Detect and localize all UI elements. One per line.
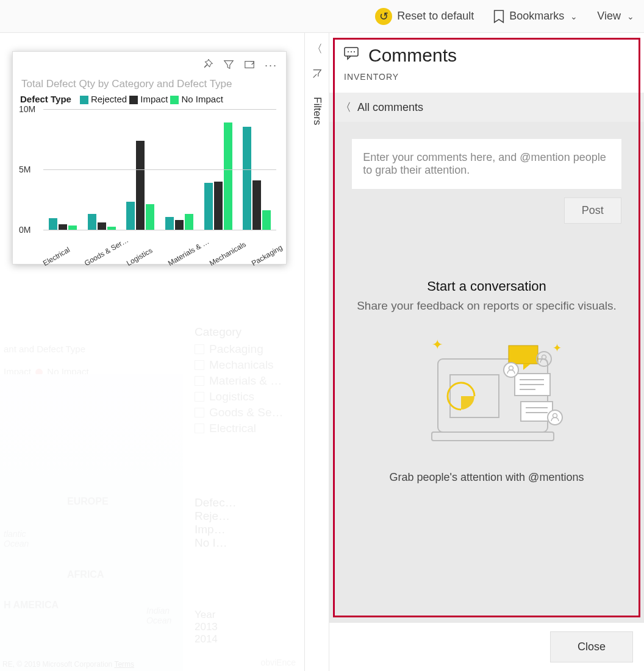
report-canvas: ant and Defect Type Impact No Impact EUR…	[0, 33, 305, 671]
empty-state-body: Share your feedback on reports or specif…	[357, 299, 617, 313]
bar-group	[237, 127, 276, 230]
bar[interactable]	[98, 222, 106, 230]
checkbox-icon	[195, 392, 204, 402]
slicer-option[interactable]: 2014	[195, 633, 298, 645]
bar-group	[121, 141, 160, 230]
bg-panel-title: ant and Defect Type Impact No Impact	[4, 344, 89, 377]
comments-title: Comments	[368, 45, 457, 66]
bar[interactable]	[214, 182, 223, 230]
year-slicer: Year 20132014	[195, 609, 298, 645]
bar-group	[160, 214, 199, 230]
bar[interactable]	[49, 218, 57, 230]
checkbox-icon	[195, 376, 204, 386]
reset-label: Reset to default	[397, 10, 474, 23]
close-button[interactable]: Close	[550, 631, 633, 662]
y-tick-label: 10M	[19, 104, 35, 114]
comments-panel: Comments INVENTORY 〈 All comments Enter …	[329, 33, 644, 671]
bar[interactable]	[136, 141, 145, 230]
top-toolbar: ↺ Reset to default Bookmarks ⌄ View ⌄	[0, 0, 644, 33]
reset-to-default-button[interactable]: ↺ Reset to default	[371, 5, 478, 27]
x-tick-label: Mechanicals	[208, 245, 238, 268]
bar[interactable]	[126, 202, 135, 230]
slicer-option[interactable]: Materials & …	[195, 374, 298, 388]
empty-state-title: Start a conversation	[357, 279, 617, 294]
checkbox-icon	[195, 344, 204, 354]
all-comments-bar[interactable]: 〈 All comments	[329, 93, 644, 122]
svg-text:✦: ✦	[432, 337, 443, 352]
terms-link[interactable]: Terms	[114, 660, 134, 669]
legend-label: Impact	[140, 94, 168, 104]
legend-swatch	[170, 96, 179, 104]
focus-mode-icon[interactable]	[244, 59, 255, 73]
slicer-option[interactable]: Logistics	[195, 390, 298, 403]
post-button[interactable]: Post	[564, 197, 621, 224]
bar-group	[199, 122, 238, 230]
comment-input[interactable]: Enter your comments here, and @mention p…	[352, 139, 621, 189]
bar[interactable]	[68, 225, 77, 230]
filter-icon[interactable]	[223, 59, 234, 73]
reset-icon: ↺	[375, 8, 392, 25]
x-tick-label: Electrical	[41, 245, 72, 268]
bar[interactable]	[262, 210, 271, 230]
bar[interactable]	[146, 204, 154, 230]
comments-icon	[344, 47, 359, 64]
slicer-option[interactable]: Packaging	[195, 343, 298, 356]
bar[interactable]	[204, 183, 213, 230]
slicer-option[interactable]: 2013	[195, 621, 298, 633]
legend-swatch	[80, 96, 88, 104]
chevron-down-icon: ⌄	[627, 12, 634, 21]
svg-point-4	[354, 51, 355, 52]
svg-point-3	[351, 51, 352, 52]
bar[interactable]	[175, 220, 184, 230]
slicer-option[interactable]: Mechanicals	[195, 358, 298, 372]
x-tick-label: Goods & Ser…	[83, 245, 113, 268]
x-tick-label: Packaging	[250, 245, 281, 268]
more-options-icon[interactable]: ···	[265, 59, 277, 73]
obvience-label: obviEnce	[260, 658, 296, 667]
y-tick-label: 5M	[19, 165, 30, 174]
empty-state-illustration: ✦ ✦	[357, 331, 617, 455]
svg-rect-0	[245, 62, 254, 68]
legend-swatch	[129, 96, 138, 104]
bookmarks-label: Bookmarks	[509, 10, 564, 23]
clear-filter-icon[interactable]	[312, 68, 323, 82]
y-tick-label: 0M	[19, 225, 30, 235]
chevron-down-icon: ⌄	[570, 12, 578, 21]
all-comments-label: All comments	[357, 101, 423, 114]
filters-label: Filters	[311, 97, 323, 125]
bar[interactable]	[252, 180, 261, 230]
slicer-option[interactable]: Imp…	[195, 523, 298, 536]
checkbox-icon	[195, 424, 204, 433]
checkbox-icon	[195, 408, 204, 417]
back-icon[interactable]: 〈	[340, 100, 351, 115]
svg-point-2	[348, 51, 349, 52]
slicer-option[interactable]: Electrical	[195, 422, 298, 435]
bar[interactable]	[185, 214, 193, 230]
selected-visual[interactable]: ··· Total Defect Qty by Category and Def…	[12, 51, 287, 264]
pin-icon[interactable]	[202, 59, 213, 73]
legend-label: Rejected	[91, 94, 127, 104]
svg-rect-10	[509, 346, 538, 364]
view-dropdown[interactable]: View ⌄	[593, 7, 638, 25]
bar[interactable]	[88, 214, 96, 230]
chart-title: Total Defect Qty by Category and Defect …	[21, 78, 280, 90]
defect-slicer: Defec… Reje…Imp…No I…	[195, 496, 298, 550]
bookmark-icon	[493, 10, 504, 23]
bar-group	[43, 218, 82, 230]
bar[interactable]	[59, 224, 67, 230]
slicer-option[interactable]: Reje…	[195, 509, 298, 523]
chart-plot: 0M5M10M	[43, 109, 276, 243]
main-area: ant and Defect Type Impact No Impact EUR…	[0, 33, 644, 671]
bookmarks-dropdown[interactable]: Bookmarks ⌄	[490, 7, 581, 26]
map-attribution: RE, © 2019 Microsoft Corporation Terms	[2, 660, 134, 669]
bar[interactable]	[165, 217, 174, 230]
bar[interactable]	[243, 127, 251, 230]
map-visual: EUROPE AFRICA H AMERICA tlantic Ocean In…	[0, 374, 183, 671]
slicer-option[interactable]: No I…	[195, 536, 298, 550]
slicer-option[interactable]: Goods & Se…	[195, 406, 298, 419]
bar[interactable]	[224, 122, 232, 230]
expand-filters-icon[interactable]: 〈	[312, 41, 323, 56]
view-label: View	[597, 10, 621, 23]
mentions-tip: Grab people's attention with @mentions	[357, 471, 617, 484]
chart-x-labels: ElectricalGoods & Ser…LogisticsMaterials…	[36, 260, 286, 269]
